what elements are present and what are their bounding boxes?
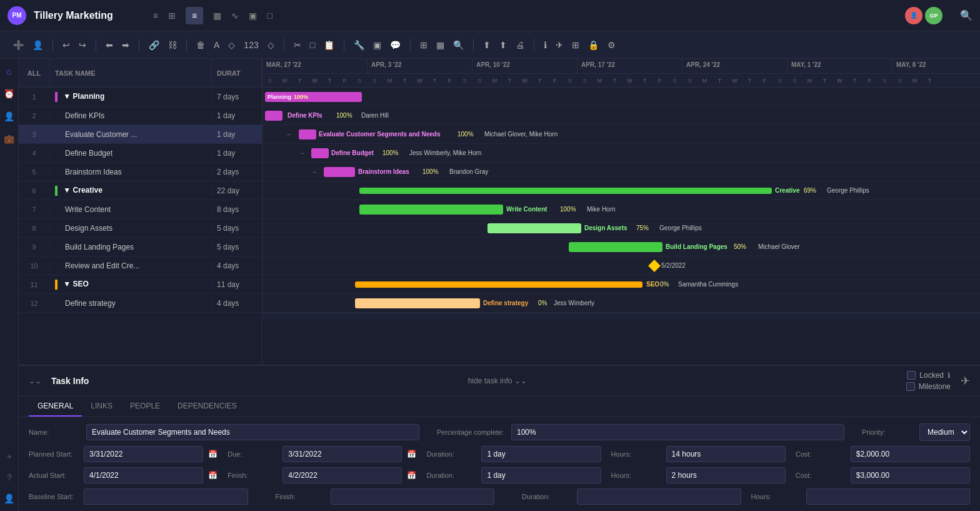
add-button[interactable]: ➕ [10, 38, 27, 53]
docs-view-icon[interactable]: □ [267, 11, 272, 21]
finish-input[interactable] [282, 467, 402, 483]
list-view-icon[interactable]: ≡ [153, 11, 158, 21]
search-icon[interactable]: 🔍 [960, 9, 972, 21]
task-row[interactable]: 7 Write Content 8 days [19, 200, 262, 219]
define-strategy-bar[interactable] [355, 298, 480, 308]
pct-input[interactable] [511, 424, 844, 440]
columns-button[interactable]: ⊞ [417, 38, 431, 53]
priority-select[interactable]: Medium Low High [919, 423, 970, 441]
avatar-1[interactable]: 👤 [905, 7, 922, 24]
zoom-button[interactable]: 🔍 [450, 38, 467, 53]
sidebar-work-icon[interactable]: 💼 [1, 131, 17, 146]
tab-links[interactable]: LINKS [82, 397, 121, 417]
task-row[interactable]: 9 Build Landing Pages 5 days [19, 238, 262, 256]
shape-button[interactable]: ◇ [225, 38, 238, 53]
gantt-view-icon[interactable]: ≡ [186, 7, 203, 24]
milestone-checkbox[interactable] [906, 382, 915, 391]
app-icon[interactable]: PM [8, 6, 26, 25]
duration-input[interactable] [481, 446, 601, 462]
filter-button[interactable]: ⊞ [569, 38, 582, 53]
baseline-start-input[interactable] [84, 488, 248, 505]
outdent-button[interactable]: ⬅ [102, 38, 116, 53]
table-button[interactable]: ▦ [433, 38, 448, 53]
avatar-2[interactable]: GP [925, 7, 942, 24]
person-button[interactable]: 👤 [29, 38, 46, 53]
duration3-input[interactable] [577, 488, 741, 505]
planning-bar[interactable]: Planning 100% [265, 92, 362, 102]
horizontal-scrollbar[interactable] [262, 313, 980, 320]
print-button[interactable]: 🖨 [512, 38, 528, 53]
finish-cal-icon[interactable]: 📅 [407, 471, 416, 480]
chart-view-icon[interactable]: ∿ [231, 11, 239, 21]
write-content-bar[interactable] [359, 205, 503, 215]
wrench-button[interactable]: 🔧 [351, 38, 368, 53]
define-kpis-bar[interactable] [265, 111, 282, 121]
group-expand-icon[interactable]: ▼ [63, 92, 71, 101]
finish3-input[interactable] [331, 488, 495, 505]
undo-button[interactable]: ↩ [59, 38, 73, 53]
diamond-button[interactable]: ◇ [264, 38, 278, 53]
locked-checkbox[interactable] [907, 371, 916, 380]
brainstorm-bar[interactable] [324, 167, 355, 177]
task-row[interactable]: 8 Design Assets 5 days [19, 219, 262, 238]
task-name-input[interactable] [86, 424, 419, 440]
settings-button[interactable]: ⚙ [604, 38, 619, 53]
define-budget-bar[interactable] [311, 148, 329, 158]
task-row[interactable]: 11 ▼ SEO 11 day [19, 275, 262, 294]
group-expand-icon[interactable]: ▼ [63, 186, 71, 195]
sidebar-time-icon[interactable]: ⏰ [1, 86, 17, 101]
task-row[interactable]: 5 Brainstorm Ideas 2 days [19, 163, 262, 181]
build-landing-bar[interactable] [569, 242, 662, 252]
copy-button[interactable]: □ [307, 38, 318, 53]
task-row[interactable]: 2 Define KPIs 1 day [19, 106, 262, 125]
comment-button[interactable]: 💬 [387, 38, 404, 53]
task-row[interactable]: 4 Define Budget 1 day [19, 144, 262, 163]
hours-input[interactable] [666, 446, 786, 462]
number-button[interactable]: 123 [241, 38, 261, 53]
hours2-input[interactable] [666, 467, 786, 483]
planned-start-cal-icon[interactable]: 📅 [208, 450, 218, 458]
task-row[interactable]: 3 Evaluate Customer ... 1 day [19, 125, 262, 144]
evaluate-bar[interactable] [299, 129, 316, 139]
task-row[interactable]: 10 Review and Edit Cre... 4 days [19, 256, 262, 275]
unlink-button[interactable]: ⛓ [165, 38, 180, 53]
tab-people[interactable]: PEOPLE [121, 397, 169, 417]
cost-input[interactable] [851, 446, 970, 462]
sidebar-people-icon[interactable]: 👤 [1, 109, 17, 124]
export2-button[interactable]: ⬆ [496, 38, 510, 53]
grid-button[interactable]: ▣ [370, 38, 384, 53]
task-row[interactable]: 12 Define strategy 4 days [19, 294, 262, 313]
paste-button[interactable]: 📋 [321, 38, 338, 53]
send-icon[interactable]: ✈ [961, 374, 970, 388]
calendar-view-icon[interactable]: ▣ [249, 11, 257, 21]
task-row[interactable]: 6 ▼ Creative 22 day [19, 181, 262, 200]
redo-button[interactable]: ↪ [76, 38, 89, 53]
due-cal-icon[interactable]: 📅 [407, 450, 416, 458]
delete-button[interactable]: 🗑 [193, 38, 208, 53]
cut-button[interactable]: ✂ [291, 38, 304, 53]
sidebar-user-icon[interactable]: 👤 [1, 491, 17, 506]
seo-bar[interactable] [355, 281, 642, 288]
link-button[interactable]: 🔗 [146, 38, 162, 53]
info-button[interactable]: ℹ [541, 38, 550, 53]
tab-general[interactable]: GENERAL [29, 397, 82, 417]
due-input[interactable] [282, 446, 402, 462]
planned-start-input[interactable] [84, 446, 203, 462]
indent-button[interactable]: ➡ [119, 38, 132, 53]
share-button[interactable]: ✈ [552, 38, 566, 53]
sidebar-home-icon[interactable]: ⌂ [4, 64, 14, 79]
cost2-input[interactable] [851, 467, 970, 483]
sidebar-add-icon[interactable]: ＋ [2, 448, 16, 465]
hours3-input[interactable] [806, 488, 971, 505]
tab-dependencies[interactable]: DEPENDENCIES [169, 397, 246, 417]
table-view-icon[interactable]: ▦ [213, 11, 221, 21]
group-expand-icon[interactable]: ▼ [63, 280, 71, 288]
header-all[interactable]: ALL [19, 59, 50, 87]
task-row[interactable]: 1 ▼ Planning 7 days [19, 88, 262, 106]
lock-button[interactable]: 🔒 [585, 38, 602, 53]
design-assets-bar[interactable] [488, 223, 581, 233]
sidebar-help-icon[interactable]: ？ [2, 470, 16, 486]
collapse-icon[interactable]: ⌄⌄ [29, 377, 41, 385]
duration2-input[interactable] [481, 467, 601, 483]
gantt-chart[interactable]: MAR, 27 '22 APR, 3 '22 APR, 10 '22 APR, … [262, 59, 980, 365]
